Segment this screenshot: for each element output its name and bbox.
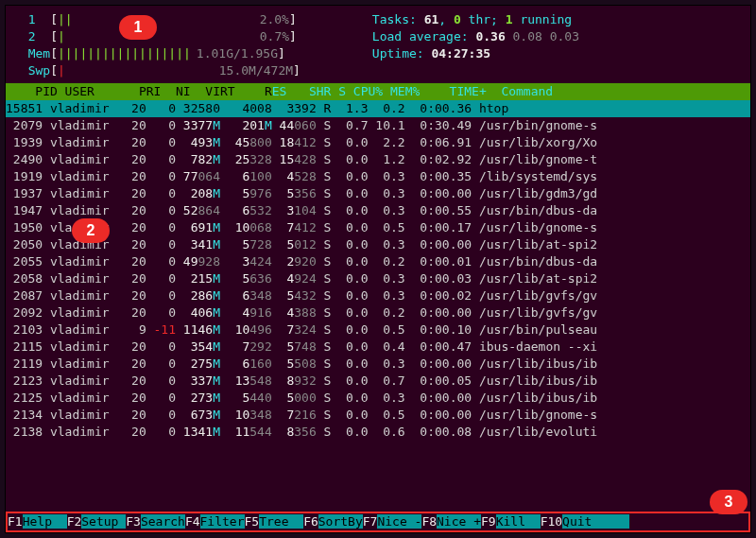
- function-key-bar[interactable]: F1Help F2Setup F3SearchF4FilterF5Tree F6…: [6, 512, 750, 532]
- mem-meter: Mem[||||||||||||||||||1.01G/1.95G]: [13, 45, 353, 62]
- tasks-line: Tasks: 61, 0 thr; 1 running: [372, 11, 579, 28]
- cpu2-meter: 2 [|0.7%]: [13, 28, 353, 45]
- cpu1-meter: 1 [||2.0%]: [13, 11, 353, 28]
- flabel-F2[interactable]: Setup: [81, 514, 126, 529]
- table-row[interactable]: 2134 vladimir 20 0 673M 10348 7216 S 0.0…: [6, 407, 750, 424]
- table-row[interactable]: 2050 vladimir 20 0 341M 5728 5012 S 0.0 …: [6, 236, 750, 253]
- fkey-F6[interactable]: F6: [303, 514, 318, 529]
- fkey-F2[interactable]: F2: [67, 514, 82, 529]
- fkey-F4[interactable]: F4: [185, 514, 200, 529]
- table-header[interactable]: PID USER PRI NI VIRT RES SHR S CPU% MEM%…: [6, 83, 750, 100]
- table-row[interactable]: 2123 vladimir 20 0 337M 13548 8932 S 0.0…: [6, 373, 750, 390]
- table-row[interactable]: 1950 vladimir 20 0 691M 10068 7412 S 0.0…: [6, 219, 750, 236]
- table-row[interactable]: 2087 vladimir 20 0 286M 6348 5432 S 0.0 …: [6, 287, 750, 304]
- table-row[interactable]: 2092 vladimir 20 0 406M 4916 4388 S 0.0 …: [6, 304, 750, 321]
- flabel-F9[interactable]: Kill: [496, 514, 541, 529]
- table-row[interactable]: 2125 vladimir 20 0 273M 5440 5000 S 0.0 …: [6, 390, 750, 407]
- table-row[interactable]: 2119 vladimir 20 0 275M 6160 5508 S 0.0 …: [6, 356, 750, 373]
- table-row[interactable]: 1947 vladimir 20 0 52864 6532 3104 S 0.0…: [6, 202, 750, 219]
- flabel-F4[interactable]: Filter: [200, 514, 245, 529]
- process-table[interactable]: PID USER PRI NI VIRT RES SHR S CPU% MEM%…: [6, 83, 750, 441]
- flabel-F8[interactable]: Nice +: [437, 514, 481, 529]
- fkey-F10[interactable]: F10: [541, 514, 562, 529]
- fkey-F8[interactable]: F8: [421, 514, 437, 529]
- table-row[interactable]: 2490 vladimir 20 0 782M 25328 15428 S 0.…: [6, 151, 750, 168]
- fkey-F9[interactable]: F9: [481, 514, 496, 529]
- table-row[interactable]: 2055 vladimir 20 0 49928 3424 2920 S 0.0…: [6, 253, 750, 270]
- flabel-F10[interactable]: Quit: [562, 514, 599, 529]
- table-row[interactable]: 2103 vladimir 9 -11 1146M 10496 7324 S 0…: [6, 321, 750, 338]
- fkey-F3[interactable]: F3: [126, 514, 141, 529]
- table-row[interactable]: 2115 vladimir 20 0 354M 7292 5748 S 0.0 …: [6, 338, 750, 356]
- callout-1: 1: [119, 15, 157, 40]
- load-line: Load average: 0.36 0.08 0.03: [372, 28, 579, 45]
- table-row[interactable]: 2058 vladimir 20 0 215M 5636 4924 S 0.0 …: [6, 270, 750, 287]
- fkey-F7[interactable]: F7: [363, 514, 378, 529]
- flabel-F3[interactable]: Search: [141, 514, 185, 529]
- table-row[interactable]: 2138 vladimir 20 0 1341M 11544 8356 S 0.…: [6, 424, 750, 441]
- table-row[interactable]: 1937 vladimir 20 0 208M 5976 5356 S 0.0 …: [6, 185, 750, 202]
- flabel-F1[interactable]: Help: [23, 514, 67, 529]
- table-row[interactable]: 15851 vladimir 20 0 32580 4008 3392 R 1.…: [6, 100, 750, 117]
- htop-header: 1 [||2.0%] 2 [|0.7%] Mem[|||||||||||||||…: [6, 6, 750, 83]
- flabel-F6[interactable]: SortBy: [318, 514, 363, 529]
- table-row[interactable]: 2079 vladimir 20 0 3377M 201M 44060 S 0.…: [6, 117, 750, 134]
- fkey-F1[interactable]: F1: [8, 514, 23, 529]
- uptime-line: Uptime: 04:27:35: [372, 45, 579, 62]
- callout-2: 2: [72, 218, 110, 243]
- table-row[interactable]: 1919 vladimir 20 0 77064 6100 4528 S 0.0…: [6, 168, 750, 185]
- fkey-F5[interactable]: F5: [245, 514, 260, 529]
- callout-3: 3: [710, 490, 747, 514]
- swp-meter: Swp[|15.0M/472M]: [13, 62, 353, 79]
- flabel-F7[interactable]: Nice -: [377, 514, 421, 529]
- table-row[interactable]: 1939 vladimir 20 0 493M 45800 18412 S 0.…: [6, 134, 750, 151]
- flabel-F5[interactable]: Tree: [259, 514, 303, 529]
